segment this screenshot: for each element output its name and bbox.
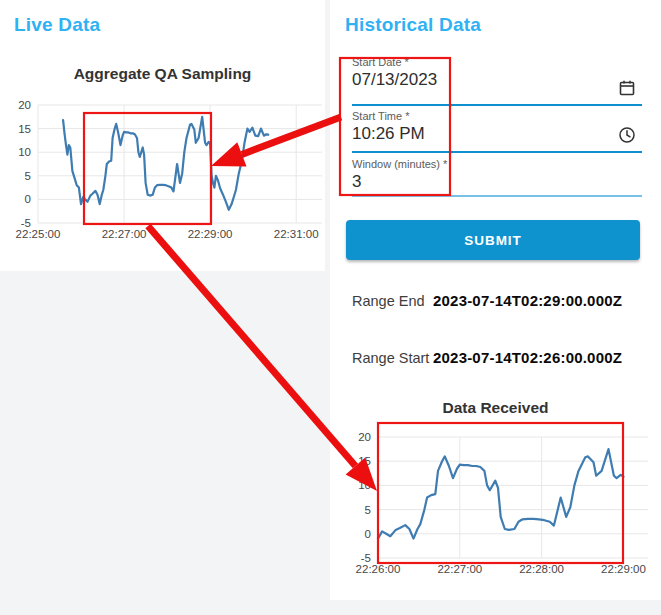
range-start-value: 2023-07-14T02:26:00.000Z [433,349,622,366]
start-time-input[interactable] [352,122,612,144]
svg-text:0: 0 [25,193,31,205]
svg-text:15: 15 [358,455,371,467]
start-date-label: Start Date * [352,56,642,68]
svg-text:0: 0 [365,528,371,540]
svg-text:22:27:00: 22:27:00 [437,563,482,575]
data-received-chart: Data Received 20151050-522:26:0022:27:00… [330,396,661,596]
historical-data-heading: Historical Data [345,14,481,36]
svg-text:22:29:00: 22:29:00 [601,563,646,575]
window-minutes-label: Window (minutes) * [352,158,642,170]
svg-text:22:27:00: 22:27:00 [102,228,147,240]
svg-text:20: 20 [358,431,371,443]
svg-text:22:31:00: 22:31:00 [274,228,319,240]
window-minutes-input[interactable] [352,170,642,192]
data-received-chart-title: Data Received [330,396,661,420]
live-chart: Aggregate QA Sampling 20151050-522:25:00… [0,62,325,262]
chart-svg: 20151050-522:26:0022:27:0022:28:0022:29:… [330,420,661,596]
svg-text:10: 10 [18,146,31,158]
range-start-row: Range Start 2023-07-14T02:26:00.000Z [352,349,622,366]
start-time-field: Start Time * [352,108,642,153]
svg-text:22:28:00: 22:28:00 [519,563,564,575]
start-time-label: Start Time * [352,110,642,122]
svg-text:5: 5 [365,504,371,516]
historical-data-panel: Historical Data Start Date * Start Time … [330,0,661,600]
window-minutes-field: Window (minutes) * [352,156,642,197]
start-date-field: Start Date * [352,54,642,106]
svg-text:22:29:00: 22:29:00 [188,228,233,240]
svg-text:22:26:00: 22:26:00 [356,563,401,575]
data-received-chart-plot: 20151050-522:26:0022:27:0022:28:0022:29:… [330,420,661,596]
clock-icon[interactable] [618,126,636,144]
chart-svg: 20151050-522:25:0022:27:0022:29:0022:31:… [0,86,325,256]
start-date-input[interactable] [352,68,612,90]
live-data-heading: Live Data [14,14,100,36]
range-start-label: Range Start [352,350,433,366]
svg-text:20: 20 [18,99,31,111]
live-chart-title: Aggregate QA Sampling [0,62,325,86]
range-end-value: 2023-07-14T02:29:00.000Z [433,292,622,309]
svg-text:22:25:00: 22:25:00 [16,228,61,240]
submit-button[interactable]: SUBMIT [346,220,640,260]
svg-text:5: 5 [25,170,31,182]
live-chart-plot: 20151050-522:25:0022:27:0022:29:0022:31:… [0,86,325,256]
range-end-row: Range End 2023-07-14T02:29:00.000Z [352,292,622,309]
range-end-label: Range End [352,293,433,309]
calendar-icon[interactable] [618,79,636,97]
live-data-panel: Live Data Aggregate QA Sampling 20151050… [0,0,325,271]
svg-text:10: 10 [358,479,371,491]
svg-text:15: 15 [18,123,31,135]
